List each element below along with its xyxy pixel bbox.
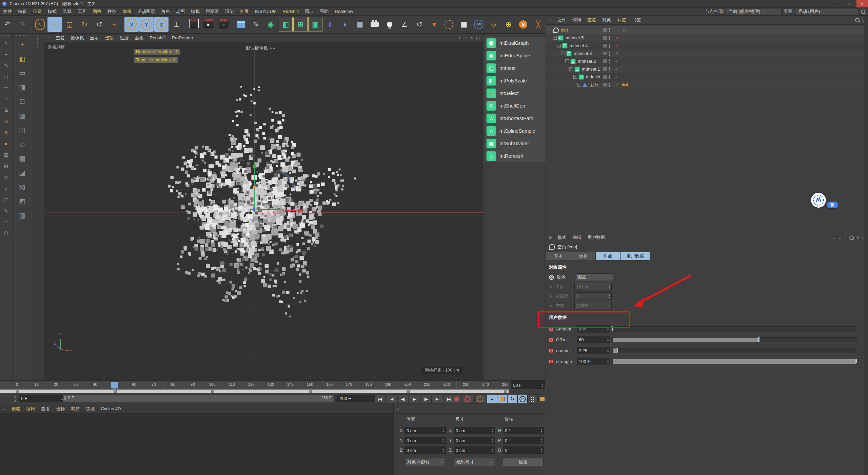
- workplane-mode-icon[interactable]: ◨: [13, 80, 32, 94]
- render-view-icon[interactable]: [187, 17, 201, 32]
- rotate-tool-icon[interactable]: ↻: [77, 17, 92, 32]
- editor-dot[interactable]: [609, 44, 610, 45]
- ffd-generator-icon[interactable]: ⊞: [293, 17, 308, 32]
- material-menu-创建[interactable]: 创建: [8, 405, 23, 413]
- object-row-mtInset.3[interactable]: −mtInset.3✓: [546, 50, 868, 57]
- stepper-icon[interactable]: ▴ ▾: [442, 428, 444, 433]
- expand-icon[interactable]: −: [557, 44, 561, 48]
- slider-handle[interactable]: [758, 337, 760, 342]
- plugin-item-mtShellGen[interactable]: ◎mtShellGen: [485, 99, 546, 112]
- menu-item-工具[interactable]: 工具: [75, 8, 90, 15]
- am-menu-模式[interactable]: 模式: [554, 234, 569, 241]
- stepper-icon[interactable]: ▴ ▾: [607, 337, 609, 342]
- menu-item-模拟[interactable]: 模拟: [188, 8, 203, 15]
- object-row-mtInset.5[interactable]: −mtInset.5✕: [546, 34, 868, 42]
- render-dot[interactable]: [609, 46, 610, 48]
- user-field-input[interactable]: 60▴ ▾: [577, 336, 610, 343]
- grid-icon[interactable]: ▦: [0, 149, 12, 160]
- redo-icon[interactable]: ↷: [15, 17, 29, 32]
- slider-handle[interactable]: [612, 326, 613, 331]
- preview-marker-0[interactable]: [16, 390, 19, 393]
- pen2-icon[interactable]: ✎: [0, 205, 12, 216]
- slider-handle[interactable]: [617, 348, 618, 353]
- viewport-canvas[interactable]: [44, 42, 483, 380]
- object-name[interactable]: mtInset.3: [574, 51, 592, 56]
- object-name[interactable]: mtInset.5: [566, 35, 584, 40]
- object-name[interactable]: con: [561, 27, 568, 33]
- menu-item-选择[interactable]: 选择: [60, 8, 75, 15]
- enable-state[interactable]: ✓: [614, 59, 619, 64]
- coord-input-尺寸-X[interactable]: 0 cm▴ ▾: [454, 427, 495, 434]
- material-menu-纹理[interactable]: 纹理: [83, 405, 98, 413]
- render-dot[interactable]: [609, 70, 610, 71]
- user-field-slider[interactable]: [612, 359, 856, 364]
- node-space-select[interactable]: 当前 (标准/物理)⌄: [726, 8, 782, 15]
- object-row-mtInset[interactable]: −mtInset✓: [546, 73, 868, 81]
- keyframe-icon[interactable]: [549, 359, 553, 364]
- sphere-orange-icon[interactable]: ●: [0, 138, 12, 149]
- enable-state[interactable]: ✕: [614, 43, 619, 48]
- visibility-toggle[interactable]: [603, 67, 607, 71]
- keyframe-parameter-toggle[interactable]: P: [517, 394, 528, 404]
- keyframe-icon[interactable]: [549, 348, 553, 353]
- menu-item-Redshift[interactable]: Redshift: [280, 8, 302, 15]
- preview-marker-50[interactable]: [114, 390, 117, 393]
- camera-icon[interactable]: ⚬⚬: [269, 46, 275, 51]
- spline-pen-icon[interactable]: ✎: [249, 17, 263, 32]
- stepper-icon[interactable]: ▴ ▾: [541, 428, 542, 433]
- tab-coordinates[interactable]: 坐标: [571, 252, 596, 260]
- plugin-item-mtDualGraph[interactable]: ▣mtDualGraph: [485, 37, 546, 49]
- search-icon[interactable]: [861, 10, 865, 14]
- dock-grip[interactable]: [865, 242, 867, 255]
- render-dot[interactable]: [609, 85, 610, 87]
- current-frame-box[interactable]: 50 F ▴▾: [511, 381, 545, 389]
- expand-icon[interactable]: −: [569, 67, 573, 71]
- object-name[interactable]: mtInset.4: [570, 43, 588, 48]
- array-generator-icon[interactable]: ▣: [308, 17, 322, 32]
- user-field-slider[interactable]: [612, 326, 856, 331]
- chevron-down-icon[interactable]: ⌄: [608, 305, 610, 307]
- coord-input-旋转-H[interactable]: 0 °▴ ▾: [503, 427, 544, 434]
- coord-input-位置-X[interactable]: 0 cm▴ ▾: [405, 427, 446, 434]
- stepper-icon[interactable]: ▴▾: [541, 383, 543, 388]
- script-s2-icon[interactable]: S: [0, 116, 12, 127]
- menu-item-体积[interactable]: 体积: [119, 8, 134, 15]
- tab-userdata[interactable]: 用户数据: [620, 252, 650, 260]
- keyframe-selection-button[interactable]: [538, 394, 546, 404]
- transport-grip[interactable]: [14, 396, 16, 402]
- move-mini-icon[interactable]: +: [0, 49, 12, 60]
- xparticles-icon[interactable]: ╳: [531, 17, 545, 32]
- tab-basic[interactable]: 基本: [546, 252, 571, 260]
- maximize-button[interactable]: □: [845, 0, 856, 7]
- coord-input-位置-Z[interactable]: 0 cm▴ ▾: [405, 446, 446, 454]
- editor-dot[interactable]: [609, 59, 610, 61]
- menu-item-文件[interactable]: 文件: [0, 8, 15, 15]
- user-field-input[interactable]: 2.25▴ ▾: [577, 347, 610, 354]
- plugin-item-mtInset[interactable]: ▢mtInset: [485, 62, 546, 74]
- search-icon[interactable]: [855, 18, 860, 22]
- field-dropdown[interactable]: 摄像机⌄: [574, 302, 612, 309]
- menu-item-INSYDIUM[interactable]: INSYDIUM: [252, 8, 280, 15]
- primitive-cube-icon[interactable]: [234, 17, 248, 32]
- axis-mode-icon[interactable]: ◇: [13, 137, 32, 151]
- expand-icon[interactable]: −: [553, 36, 557, 40]
- material-menu-查看[interactable]: 查看: [38, 405, 53, 413]
- solo-off-icon[interactable]: ▤: [13, 151, 32, 166]
- coord-input-旋转-P[interactable]: 0 °▴ ▾: [503, 437, 544, 444]
- model-mode-icon[interactable]: ◧: [13, 52, 32, 66]
- coord-input-位置-Y[interactable]: 0 cm▴ ▾: [405, 437, 446, 444]
- stepper-icon[interactable]: ▴ ▾: [609, 294, 610, 299]
- editor-dot[interactable]: [609, 75, 610, 77]
- plugin-item-mtEdgeSpline[interactable]: ◉mtEdgeSpline: [485, 49, 546, 62]
- chevron-down-icon[interactable]: ⌄: [609, 276, 611, 279]
- am-menu-编辑[interactable]: 编辑: [569, 234, 584, 241]
- arc-icon[interactable]: ◔: [0, 93, 12, 104]
- live-selection-icon[interactable]: ↖: [33, 17, 47, 32]
- render-settings-icon[interactable]: ○: [216, 17, 231, 32]
- plugin-item-mtSplineSample[interactable]: ∩mtSplineSample: [485, 125, 546, 137]
- om-menu-书签[interactable]: 书签: [629, 16, 644, 24]
- menu-item-帮助[interactable]: 帮助: [317, 8, 332, 15]
- range-slider-handle[interactable]: [64, 396, 66, 400]
- coordinate-system-icon[interactable]: ⊥: [169, 17, 183, 32]
- render-dot[interactable]: [609, 62, 610, 63]
